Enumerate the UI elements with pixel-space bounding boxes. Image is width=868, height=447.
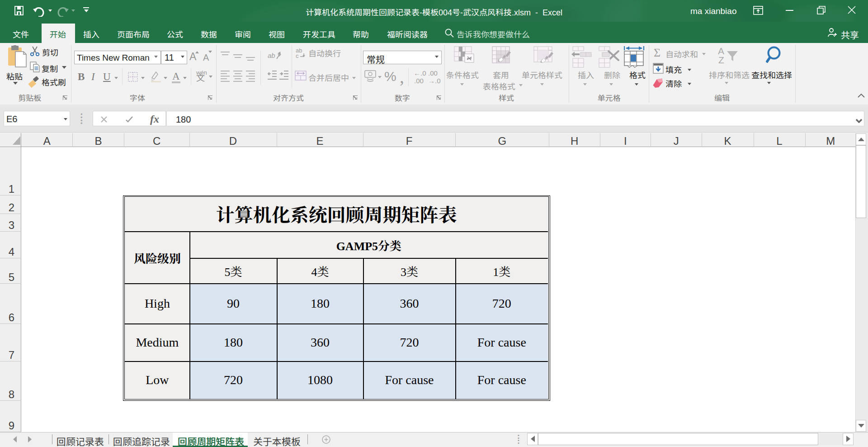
svg-text:ab: ab bbox=[268, 52, 275, 59]
svg-text:Z: Z bbox=[718, 55, 724, 65]
svg-text:c: c bbox=[296, 52, 299, 59]
